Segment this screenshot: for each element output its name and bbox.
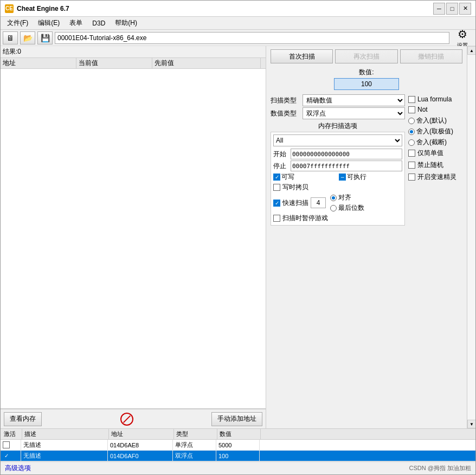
var-wizard-checkbox[interactable] (408, 174, 415, 181)
results-table: 地址 当前值 先前值 (1, 58, 266, 409)
memory-range-dropdown[interactable]: All (273, 134, 402, 146)
last-digit-radio-row: 最后位数 (330, 203, 364, 213)
round-truncate-row: 舍入(截断) (408, 138, 462, 147)
round-default-radio[interactable] (408, 118, 415, 124)
view-memory-button[interactable]: 查看内存 (4, 412, 42, 426)
addr-cell-value-0: 5000 (216, 440, 260, 450)
col-header-addr: 地址 (109, 429, 174, 439)
align-radio-row: 对齐 (330, 193, 364, 202)
round-default-label: 舍入(默认) (416, 116, 447, 125)
next-scan-button[interactable]: 再次扫描 (335, 49, 397, 63)
stop-addr-row: 停止 (273, 161, 402, 171)
value-type-dropdown[interactable]: 双浮点 (303, 107, 405, 119)
pause-row: 扫描时暂停游戏 (273, 214, 402, 223)
col-header-previous: 先前值 (152, 58, 261, 68)
addr-list-row-0[interactable]: 无描述 014D6AE8 单浮点 5000 (1, 440, 475, 451)
round-truncate-radio[interactable] (408, 139, 415, 146)
start-addr-row: 开始 (273, 149, 402, 159)
main-content: 结果:0 地址 当前值 先前值 ↘ 查看内存 (1, 46, 475, 461)
writable-checkbox[interactable]: ✓ (273, 174, 280, 181)
menu-file[interactable]: 文件(F) (3, 17, 33, 29)
round-extreme-radio[interactable] (408, 129, 415, 135)
process-bar: 🖥 📂 💾 ⚙ 设置 (1, 30, 475, 46)
no-random-checkbox[interactable] (408, 162, 415, 169)
scroll-track[interactable] (467, 55, 475, 420)
writable-exec-row: ✓ 可写 − 可执行 (273, 172, 402, 182)
copy-on-write-checkbox[interactable] (273, 184, 280, 191)
col-header-current: 当前值 (76, 58, 152, 68)
undo-scan-button[interactable]: 撤销扫描 (400, 49, 462, 63)
scan-type-dropdown[interactable]: 精确数值 (303, 94, 405, 106)
main-window: CE Cheat Engine 6.7 ─ □ ✕ 文件(F) 编辑(E) 表单… (0, 0, 476, 475)
lua-formula-checkbox[interactable] (408, 96, 415, 103)
scan-type-row: 扫描类型 精确数值 (271, 94, 405, 106)
results-body (1, 69, 266, 286)
align-radio-group: 对齐 最后位数 (330, 193, 364, 213)
fast-scan-input[interactable] (311, 197, 326, 208)
scan-right: Lua formula Not 舍入(默认) 舍入(取极值) (408, 94, 462, 228)
lua-formula-row: Lua formula (408, 95, 462, 103)
menu-table[interactable]: 表单 (65, 17, 87, 29)
menu-edit[interactable]: 编辑(E) (34, 17, 64, 29)
lua-formula-label: Lua formula (417, 95, 452, 103)
start-address-input[interactable] (291, 149, 402, 159)
stop-address-input[interactable] (291, 161, 402, 171)
addr-active-checkbox-0[interactable] (3, 441, 10, 448)
no-random-label: 禁止随机 (417, 161, 443, 170)
round-extreme-label: 舍入(取极值) (416, 127, 453, 136)
menu-d3d[interactable]: D3D (88, 18, 110, 28)
start-label: 开始 (273, 150, 288, 159)
results-header: 结果:0 (1, 46, 266, 58)
app-icon: CE (5, 4, 14, 13)
addr-cell-addr-0: 014D6AE8 (108, 440, 173, 450)
no-random-row: 禁止随机 (408, 161, 462, 170)
scroll-up-button[interactable]: ▲ (467, 46, 475, 55)
round-default-row: 舍入(默认) (408, 116, 462, 125)
minimize-button[interactable]: ─ (433, 3, 445, 15)
simple-only-label: 仅简单值 (417, 149, 443, 158)
align-radio[interactable] (330, 195, 337, 201)
memory-options-section: All 开始 停止 (271, 132, 405, 226)
status-advanced-options[interactable]: 高级选项 (5, 464, 31, 473)
first-scan-button[interactable]: 首次扫描 (271, 49, 333, 63)
app-title: Cheat Engine 6.7 (17, 5, 69, 12)
right-panel: 首次扫描 再次扫描 撤销扫描 数值: 扫描类型 精确数值 (266, 46, 467, 428)
close-button[interactable]: ✕ (459, 3, 471, 15)
fast-scan-checkbox[interactable]: ✓ (273, 200, 280, 207)
col-header-type: 类型 (174, 429, 217, 439)
not-checkbox[interactable] (408, 106, 415, 113)
addr-cell-type-0: 单浮点 (173, 440, 216, 450)
last-digit-radio[interactable] (330, 205, 337, 211)
toolbar-save-button[interactable]: 💾 (37, 31, 53, 44)
simple-only-checkbox[interactable] (408, 150, 415, 157)
var-wizard-row: 开启变速精灵 (408, 172, 462, 182)
copy-on-write-row: 写时拷贝 (273, 183, 402, 192)
toolbar-monitor-button[interactable]: 🖥 (3, 31, 18, 44)
addr-cell-active-0 (1, 440, 21, 450)
add-address-button[interactable]: 手动添加地址 (211, 412, 262, 426)
addr-active-checkbox-1[interactable]: ✓ (3, 452, 10, 459)
title-bar: CE Cheat Engine 6.7 ─ □ ✕ (1, 1, 475, 17)
menu-help[interactable]: 帮助(H) (111, 17, 141, 29)
pause-checkbox[interactable] (273, 215, 280, 222)
scan-left: 扫描类型 精确数值 数值类型 双浮点 (271, 94, 405, 228)
addr-list-row-1[interactable]: ✓ 无描述 014D6AF0 双浮点 100 (1, 451, 475, 461)
addr-cell-active-1: ✓ (1, 451, 21, 461)
status-bar: 高级选项 CSDN @拇指 加油加粗 (1, 461, 475, 474)
value-type-row: 数值类型 双浮点 (271, 107, 405, 119)
addr-cell-desc-1: 无描述 (21, 451, 108, 461)
toolbar-open-button[interactable]: 📂 (20, 31, 35, 44)
maximize-button[interactable]: □ (446, 3, 458, 15)
var-wizard-label: 开启变速精灵 (417, 172, 456, 182)
not-row: Not (408, 106, 462, 113)
process-input[interactable] (55, 32, 449, 44)
addr-cell-value-1: 100 (216, 451, 260, 461)
writable-col: ✓ 可写 (273, 172, 337, 182)
scroll-down-button[interactable]: ▼ (467, 420, 475, 428)
window-controls: ─ □ ✕ (433, 3, 471, 15)
settings-icon: ⚙ (454, 27, 471, 42)
value-input[interactable] (334, 78, 399, 90)
not-label: Not (417, 106, 428, 113)
col-header-value: 数值 (217, 429, 261, 439)
executable-checkbox[interactable]: − (339, 174, 346, 181)
